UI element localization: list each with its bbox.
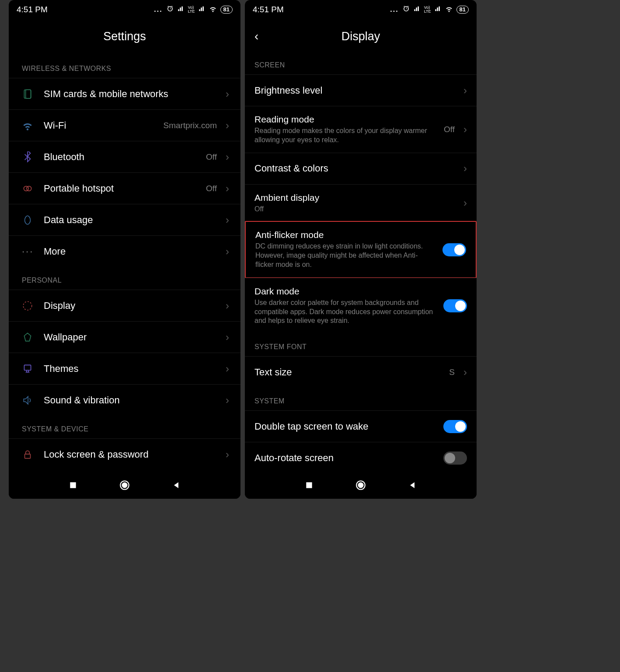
row-more[interactable]: ··· More ›	[9, 235, 240, 267]
sound-icon	[22, 395, 44, 406]
row-label: Portable hotspot	[44, 183, 206, 194]
chevron-right-icon: ›	[460, 84, 467, 97]
toggle-double-tap[interactable]	[443, 420, 467, 433]
wallpaper-icon	[22, 332, 44, 343]
row-label: Data usage	[44, 214, 222, 226]
row-label: Double tap screen to wake	[254, 421, 439, 432]
chevron-right-icon: ›	[222, 88, 229, 100]
status-icons: ... Vo)LTE 81	[154, 5, 233, 14]
row-wallpaper[interactable]: Wallpaper ›	[9, 321, 240, 353]
toggle-antiflicker[interactable]	[442, 243, 466, 256]
wifi-icon	[445, 5, 453, 14]
lock-icon	[22, 449, 44, 460]
statusbar-time: 4:51 PM	[17, 5, 48, 14]
row-desc: DC dimming reduces eye strain in low lig…	[255, 242, 438, 269]
row-label: Anti-flicker mode	[255, 230, 438, 240]
row-desc: Use darker color palette for system back…	[254, 298, 439, 326]
chevron-right-icon: ›	[222, 182, 229, 195]
chevron-right-icon: ›	[222, 245, 229, 258]
section-system: SYSTEM	[245, 388, 477, 410]
chevron-right-icon: ›	[460, 123, 467, 136]
recents-button[interactable]	[69, 481, 77, 491]
chevron-right-icon: ›	[222, 331, 229, 343]
row-label: Wallpaper	[44, 332, 222, 343]
row-value: Off	[206, 152, 217, 162]
row-sound[interactable]: Sound & vibration ›	[9, 384, 240, 416]
row-themes[interactable]: Themes ›	[9, 353, 240, 384]
svg-rect-0	[24, 90, 31, 98]
row-display[interactable]: Display ›	[9, 290, 240, 321]
row-contrast[interactable]: Contrast & colors ›	[245, 153, 477, 184]
row-ambient[interactable]: Ambient display Off ›	[245, 184, 477, 222]
battery-icon: 81	[220, 6, 233, 14]
settings-list[interactable]: WIRELESS & NETWORKS SIM cards & mobile n…	[9, 55, 240, 473]
row-label: Ambient display	[254, 192, 460, 203]
header: Settings	[9, 18, 240, 55]
row-label: Contrast & colors	[254, 163, 460, 174]
row-text-size[interactable]: Text size S ›	[245, 356, 477, 388]
bluetooth-icon	[22, 151, 44, 163]
section-font: SYSTEM FONT	[245, 333, 477, 356]
back-button[interactable]	[172, 481, 181, 491]
page-title: Display	[341, 30, 380, 43]
alarm-icon	[166, 5, 174, 14]
row-antiflicker[interactable]: Anti-flicker mode DC dimming reduces eye…	[245, 221, 477, 278]
back-button[interactable]	[408, 481, 417, 491]
row-label: Reading mode	[254, 114, 444, 125]
svg-rect-1	[26, 90, 31, 98]
row-value: S	[449, 368, 455, 377]
alarm-icon	[402, 5, 410, 14]
row-value: Smartprix.com	[164, 121, 217, 130]
row-label: Brightness level	[254, 85, 460, 96]
row-reading-mode[interactable]: Reading mode Reading mode makes the colo…	[245, 106, 477, 153]
signal-icon	[178, 5, 185, 14]
volte-icon: Vo)LTE	[188, 6, 195, 14]
chevron-right-icon: ›	[460, 162, 467, 175]
row-label: Auto-rotate screen	[254, 452, 439, 464]
row-value: Off	[444, 125, 455, 134]
navbar	[245, 473, 477, 499]
signal-icon-2	[435, 5, 442, 14]
wifi-icon	[22, 120, 44, 131]
row-label: Lock screen & password	[44, 449, 222, 460]
row-sim[interactable]: SIM cards & mobile networks ›	[9, 78, 240, 109]
navbar	[9, 473, 240, 499]
home-button[interactable]	[355, 480, 366, 493]
row-label: Themes	[44, 363, 222, 374]
more-icon: ···	[22, 246, 44, 257]
row-label: Sound & vibration	[44, 395, 222, 406]
sim-icon	[22, 88, 44, 100]
themes-icon	[22, 363, 44, 374]
svg-point-9	[122, 483, 128, 488]
toggle-dark-mode[interactable]	[443, 299, 467, 312]
battery-icon: 81	[456, 6, 469, 14]
home-button[interactable]	[119, 480, 130, 493]
page-title: Settings	[103, 30, 146, 43]
volte-icon: Vo)LTE	[424, 6, 431, 14]
row-label: Wi-Fi	[44, 120, 164, 131]
display-list[interactable]: SCREEN Brightness level › Reading mode R…	[245, 55, 477, 473]
signal-icon-2	[199, 5, 206, 14]
row-data-usage[interactable]: Data usage ›	[9, 204, 240, 235]
toggle-auto-rotate[interactable]	[443, 452, 467, 465]
svg-rect-7	[70, 482, 76, 488]
row-brightness[interactable]: Brightness level ›	[245, 74, 477, 106]
back-icon[interactable]: ‹	[254, 29, 258, 43]
svg-rect-10	[306, 482, 312, 488]
row-bluetooth[interactable]: Bluetooth Off ›	[9, 141, 240, 172]
row-double-tap[interactable]: Double tap screen to wake	[245, 410, 477, 442]
phone-settings: 4:51 PM ... Vo)LTE 81 Settings WIRELESS …	[9, 0, 240, 499]
row-lock-screen[interactable]: Lock screen & password ›	[9, 438, 240, 470]
section-screen: SCREEN	[245, 55, 477, 74]
chevron-right-icon: ›	[460, 197, 467, 209]
row-wifi[interactable]: Wi-Fi Smartprix.com ›	[9, 109, 240, 141]
recents-button[interactable]	[305, 481, 313, 491]
row-hotspot[interactable]: Portable hotspot Off ›	[9, 172, 240, 204]
hotspot-icon	[22, 183, 44, 194]
section-system-device: SYSTEM & DEVICE	[9, 416, 240, 438]
row-dark-mode[interactable]: Dark mode Use darker color palette for s…	[245, 278, 477, 333]
statusbar: 4:51 PM ... Vo)LTE 81	[245, 0, 477, 18]
row-auto-rotate[interactable]: Auto-rotate screen	[245, 442, 477, 473]
svg-point-3	[27, 186, 31, 191]
row-label: SIM cards & mobile networks	[44, 88, 222, 100]
